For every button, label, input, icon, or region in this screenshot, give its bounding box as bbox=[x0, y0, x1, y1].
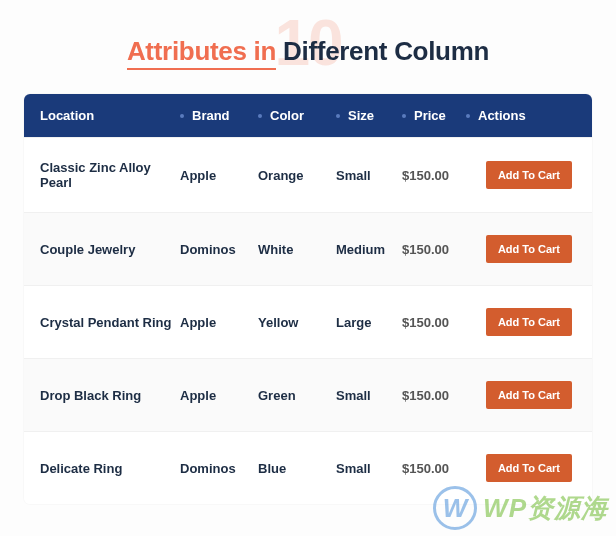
heading-rest: Different Column bbox=[276, 36, 489, 66]
cell-price: $150.00 bbox=[402, 388, 466, 403]
section-heading: 10 Attributes in Different Column bbox=[0, 18, 616, 78]
cell-color: Blue bbox=[258, 461, 336, 476]
cell-price: $150.00 bbox=[402, 168, 466, 183]
col-header-price[interactable]: Price bbox=[402, 108, 466, 123]
add-to-cart-button[interactable]: Add To Cart bbox=[486, 381, 572, 409]
cell-brand: Apple bbox=[180, 168, 258, 183]
cell-size: Small bbox=[336, 461, 402, 476]
add-to-cart-button[interactable]: Add To Cart bbox=[486, 161, 572, 189]
cell-location: Crystal Pendant Ring bbox=[40, 315, 180, 330]
cell-size: Medium bbox=[336, 242, 402, 257]
bullet-icon bbox=[258, 114, 262, 118]
cell-price: $150.00 bbox=[402, 461, 466, 476]
col-header-brand[interactable]: Brand bbox=[180, 108, 258, 123]
cell-location: Couple Jewelry bbox=[40, 242, 180, 257]
col-header-size-label: Size bbox=[348, 108, 374, 123]
heading-title: Attributes in Different Column bbox=[0, 18, 616, 67]
add-to-cart-button[interactable]: Add To Cart bbox=[486, 308, 572, 336]
table-header: Location Brand Color Size Price Actions bbox=[24, 94, 592, 137]
col-header-brand-label: Brand bbox=[192, 108, 230, 123]
bullet-icon bbox=[336, 114, 340, 118]
col-header-actions: Actions bbox=[466, 108, 576, 123]
add-to-cart-button[interactable]: Add To Cart bbox=[486, 454, 572, 482]
table-row: Classic Zinc Alloy Pearl Apple Orange Sm… bbox=[24, 137, 592, 212]
cell-brand: Dominos bbox=[180, 242, 258, 257]
col-header-actions-label: Actions bbox=[478, 108, 526, 123]
col-header-color-label: Color bbox=[270, 108, 304, 123]
cell-size: Small bbox=[336, 388, 402, 403]
cell-price: $150.00 bbox=[402, 315, 466, 330]
cell-brand: Apple bbox=[180, 388, 258, 403]
product-table: Location Brand Color Size Price Actions … bbox=[24, 94, 592, 504]
cell-size: Small bbox=[336, 168, 402, 183]
cell-size: Large bbox=[336, 315, 402, 330]
cell-color: Yellow bbox=[258, 315, 336, 330]
col-header-price-label: Price bbox=[414, 108, 446, 123]
table-row: Crystal Pendant Ring Apple Yellow Large … bbox=[24, 285, 592, 358]
cell-price: $150.00 bbox=[402, 242, 466, 257]
table-row: Delicate Ring Dominos Blue Small $150.00… bbox=[24, 431, 592, 504]
heading-accent: Attributes in bbox=[127, 36, 276, 70]
cell-color: Green bbox=[258, 388, 336, 403]
bullet-icon bbox=[402, 114, 406, 118]
col-header-color[interactable]: Color bbox=[258, 108, 336, 123]
cell-color: Orange bbox=[258, 168, 336, 183]
table-row: Couple Jewelry Dominos White Medium $150… bbox=[24, 212, 592, 285]
cell-location: Delicate Ring bbox=[40, 461, 180, 476]
bullet-icon bbox=[466, 114, 470, 118]
col-header-location[interactable]: Location bbox=[40, 108, 180, 123]
cell-brand: Dominos bbox=[180, 461, 258, 476]
table-row: Drop Black Ring Apple Green Small $150.0… bbox=[24, 358, 592, 431]
cell-brand: Apple bbox=[180, 315, 258, 330]
cell-location: Classic Zinc Alloy Pearl bbox=[40, 160, 180, 190]
cell-color: White bbox=[258, 242, 336, 257]
bullet-icon bbox=[180, 114, 184, 118]
cell-location: Drop Black Ring bbox=[40, 388, 180, 403]
add-to-cart-button[interactable]: Add To Cart bbox=[486, 235, 572, 263]
col-header-size[interactable]: Size bbox=[336, 108, 402, 123]
